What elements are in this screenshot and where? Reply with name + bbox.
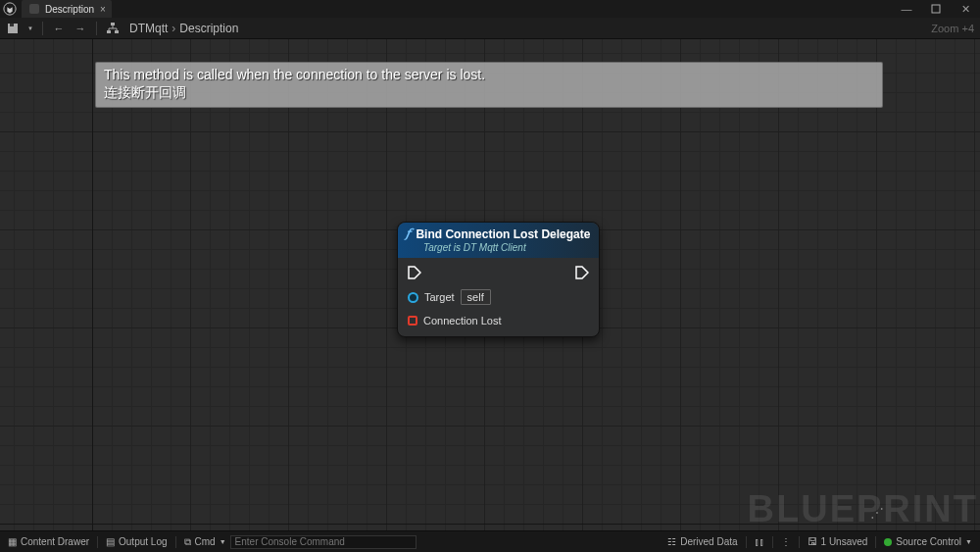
zoom-indicator: Zoom +4: [931, 23, 980, 34]
svg-rect-3: [10, 24, 14, 26]
statusbar: ▦ Content Drawer ▤ Output Log ⧉ Cmd ▼ ☷ …: [0, 530, 980, 552]
chevron-down-icon[interactable]: ▼: [965, 538, 972, 545]
hierarchy-icon[interactable]: [104, 20, 122, 37]
titlebar: Description × ― ✕: [0, 0, 980, 18]
description-line1: This method is called when the connectio…: [104, 67, 874, 84]
source-control-label: Source Control: [896, 536, 961, 547]
chevron-down-icon[interactable]: ▼: [220, 538, 226, 545]
content-drawer-label: Content Drawer: [21, 536, 89, 547]
node-header[interactable]: 𝑓 Bind Connection Lost Delegate Target i…: [398, 223, 599, 258]
breadcrumb-item-1[interactable]: Description: [179, 22, 238, 35]
description-banner: This method is called when the connectio…: [95, 62, 883, 108]
console-command-input[interactable]: [230, 535, 416, 549]
cmd-icon: ⧉: [184, 536, 191, 548]
nav-back-button[interactable]: ←: [50, 20, 68, 37]
node-body: Target self Connection Lost: [398, 258, 599, 336]
target-pin-row: Target self: [408, 289, 589, 305]
minimize-button[interactable]: ―: [892, 0, 921, 18]
source-control-button[interactable]: Source Control ▼: [876, 531, 980, 552]
cmd-button[interactable]: ⧉ Cmd ▼: [176, 531, 230, 552]
data-icon: ☷: [667, 536, 676, 547]
axis-v: [92, 39, 93, 530]
content-drawer-button[interactable]: ▦ Content Drawer: [0, 531, 97, 552]
node-subtitle: Target is DT Mqtt Client: [423, 242, 591, 253]
toolbar: ▼ ← → DTMqtt › Description Zoom +4: [0, 18, 980, 39]
function-icon: 𝑓: [406, 226, 410, 241]
maximize-button[interactable]: [921, 0, 951, 18]
save-button[interactable]: [4, 20, 22, 37]
divider: [96, 22, 97, 35]
close-button[interactable]: ✕: [951, 0, 980, 18]
drawer-icon: ▦: [8, 536, 17, 547]
svg-rect-6: [115, 30, 119, 33]
window-controls: ― ✕: [892, 0, 980, 18]
axis-h: [0, 524, 980, 525]
target-label: Target: [424, 291, 455, 303]
menu-button[interactable]: ⋮: [773, 531, 799, 552]
save-stack-icon: 🖫: [808, 536, 817, 547]
exec-out-pin[interactable]: [575, 266, 589, 279]
save-dropdown-caret-icon[interactable]: ▼: [25, 25, 35, 31]
chart-icon: ⫿⫿: [755, 536, 764, 547]
ue-logo-icon: [0, 0, 20, 18]
close-icon[interactable]: ×: [100, 4, 106, 15]
derived-data-label: Derived Data: [680, 536, 737, 547]
tab-description[interactable]: Description ×: [22, 0, 112, 18]
cmd-label: Cmd: [195, 536, 216, 547]
output-log-label: Output Log: [119, 536, 167, 547]
toolbar-left: ▼ ← → DTMqtt › Description: [0, 20, 238, 37]
status-dot-icon: [884, 538, 892, 546]
nav-forward-button[interactable]: →: [72, 20, 89, 37]
tab-icon: [29, 4, 39, 14]
target-pin[interactable]: [408, 292, 418, 303]
statusbar-right: ☷ Derived Data ⫿⫿ ⋮ 🖫 1 Unsaved Source C…: [660, 531, 980, 552]
exec-pin-row: [408, 266, 589, 279]
titlebar-left: Description ×: [0, 0, 112, 18]
derived-data-button[interactable]: ☷ Derived Data: [660, 531, 745, 552]
description-line2: 连接断开回调: [104, 84, 874, 102]
log-icon: ▤: [106, 536, 115, 547]
breadcrumb: DTMqtt › Description: [129, 22, 238, 35]
menu-icon: ⋮: [781, 536, 791, 547]
divider: [42, 22, 43, 35]
target-value[interactable]: self: [461, 289, 491, 305]
unsaved-button[interactable]: 🖫 1 Unsaved: [800, 531, 876, 552]
svg-rect-4: [111, 23, 115, 25]
stats-button[interactable]: ⫿⫿: [747, 531, 772, 552]
svg-rect-1: [932, 5, 940, 13]
graph-viewport[interactable]: This method is called when the connectio…: [0, 39, 980, 530]
output-log-button[interactable]: ▤ Output Log: [98, 531, 174, 552]
svg-rect-5: [107, 30, 111, 33]
delegate-pin[interactable]: [408, 316, 417, 326]
exec-in-pin[interactable]: [408, 266, 421, 279]
node-title: Bind Connection Lost Delegate: [416, 227, 590, 241]
delegate-label: Connection Lost: [423, 315, 502, 326]
tab-label: Description: [45, 4, 94, 15]
graph-area[interactable]: This method is called when the connectio…: [0, 39, 980, 530]
delegate-pin-row: Connection Lost: [408, 315, 589, 326]
chevron-right-icon: ›: [172, 22, 175, 35]
breadcrumb-item-0[interactable]: DTMqtt: [129, 22, 168, 35]
blueprint-node[interactable]: 𝑓 Bind Connection Lost Delegate Target i…: [397, 222, 600, 337]
unsaved-label: 1 Unsaved: [821, 536, 868, 547]
